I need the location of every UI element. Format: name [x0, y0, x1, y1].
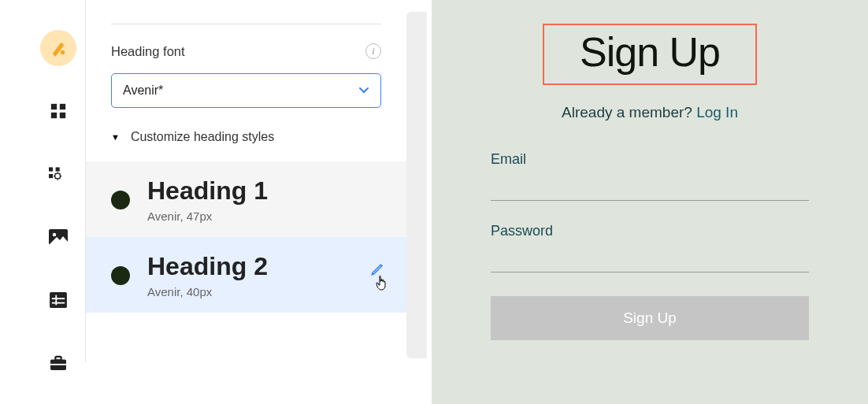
- plugin-icon: [49, 165, 68, 183]
- svg-rect-6: [56, 167, 60, 171]
- color-dot: [111, 266, 130, 285]
- signup-title: Sign Up: [552, 28, 747, 76]
- password-label: Password: [491, 223, 809, 239]
- svg-rect-15: [55, 357, 61, 361]
- image-button[interactable]: [40, 219, 76, 255]
- grid-icon: [50, 102, 67, 120]
- icon-rail: [35, 30, 82, 381]
- svg-rect-4: [60, 113, 65, 118]
- briefcase-button[interactable]: [40, 345, 76, 381]
- svg-rect-3: [51, 113, 57, 118]
- svg-rect-1: [51, 104, 57, 109]
- heading-name: Heading 1: [147, 177, 268, 205]
- member-text: Already a member?: [562, 104, 696, 120]
- svg-rect-2: [60, 104, 65, 109]
- heading-1-item[interactable]: Heading 1 Avenir, 47px: [86, 161, 406, 237]
- password-field[interactable]: [491, 246, 809, 272]
- preview-edge: [406, 12, 427, 358]
- table-icon: [50, 292, 67, 308]
- font-select-value: Avenir*: [123, 83, 163, 98]
- preview-pane: Sign Up Already a member? Log In Email P…: [432, 0, 868, 404]
- apps-button[interactable]: [40, 93, 76, 129]
- member-row: Already a member? Log In: [432, 104, 868, 121]
- svg-rect-7: [49, 174, 53, 178]
- svg-point-0: [61, 50, 65, 55]
- customize-toggle[interactable]: ▼ Customize heading styles: [111, 130, 381, 161]
- theme-button[interactable]: [40, 30, 76, 66]
- heading-font-label: Heading font: [111, 44, 185, 59]
- svg-rect-12: [52, 302, 65, 304]
- svg-rect-10: [50, 292, 67, 308]
- svg-rect-11: [52, 298, 65, 299]
- chevron-down-icon: [358, 87, 369, 95]
- signup-form: Email Password Sign Up: [491, 151, 809, 340]
- table-button[interactable]: [40, 282, 76, 318]
- settings-button[interactable]: [40, 156, 76, 192]
- info-icon[interactable]: i: [365, 43, 381, 59]
- heading-2-item[interactable]: Heading 2 Avenir, 40px: [86, 237, 406, 313]
- customize-label: Customize heading styles: [131, 130, 274, 144]
- triangle-down-icon: ▼: [111, 132, 120, 142]
- email-field[interactable]: [491, 174, 809, 201]
- email-label: Email: [491, 151, 809, 168]
- svg-rect-5: [49, 167, 53, 171]
- signup-title-selection[interactable]: Sign Up: [543, 24, 757, 85]
- divider: [111, 24, 381, 24]
- signup-button[interactable]: Sign Up: [491, 296, 809, 340]
- heading-name: Heading 2: [147, 253, 268, 280]
- heading-styles-panel: Heading font i Avenir* ▼ Customize headi…: [85, 0, 406, 362]
- image-icon: [49, 229, 68, 245]
- heading-sub: Avenir, 40px: [147, 285, 268, 298]
- heading-sub: Avenir, 47px: [147, 209, 268, 223]
- svg-point-9: [53, 233, 56, 236]
- svg-rect-16: [50, 364, 66, 365]
- login-link[interactable]: Log In: [696, 104, 738, 120]
- font-select[interactable]: Avenir*: [111, 73, 381, 108]
- svg-rect-13: [55, 295, 57, 306]
- briefcase-icon: [50, 355, 67, 371]
- cursor-hand-icon: [375, 275, 389, 294]
- theme-icon: [40, 30, 76, 66]
- color-dot: [111, 191, 130, 209]
